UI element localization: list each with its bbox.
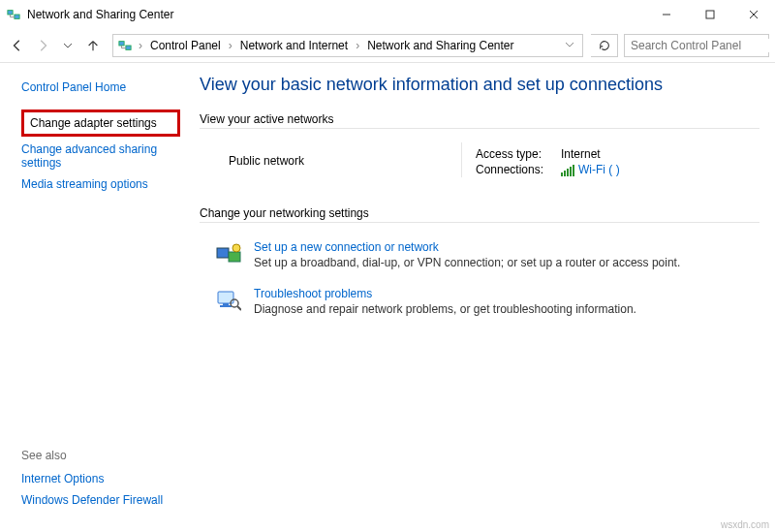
back-button[interactable] <box>6 34 29 57</box>
svg-point-17 <box>232 244 240 252</box>
setup-connection-desc: Set up a broadband, dial-up, or VPN conn… <box>254 256 680 269</box>
active-networks-heading: View your active networks <box>200 112 760 126</box>
window-title: Network and Sharing Center <box>27 8 644 21</box>
refresh-button[interactable] <box>591 34 618 57</box>
search-input[interactable] <box>631 39 775 52</box>
network-sharing-center-icon <box>6 7 21 22</box>
chevron-right-icon[interactable]: › <box>354 39 361 52</box>
setup-connection-icon <box>215 240 242 267</box>
change-settings-heading: Change your networking settings <box>200 206 760 220</box>
svg-rect-14 <box>573 165 574 176</box>
svg-rect-11 <box>564 171 566 176</box>
main-pane: View your basic network information and … <box>190 63 775 532</box>
maximize-button[interactable] <box>688 1 731 28</box>
see-also-section: See also Internet Options Windows Defend… <box>21 443 180 522</box>
active-network-row: Public network Access type: Internet Con… <box>200 142 760 177</box>
svg-rect-20 <box>220 305 232 307</box>
svg-rect-13 <box>570 167 572 176</box>
sidebar: Control Panel Home Change adapter settin… <box>0 63 190 532</box>
media-streaming-options-link[interactable]: Media streaming options <box>21 173 180 195</box>
troubleshoot-item[interactable]: Troubleshoot problems Diagnose and repai… <box>200 283 760 329</box>
windows-defender-firewall-link[interactable]: Windows Defender Firewall <box>21 489 180 511</box>
svg-rect-12 <box>567 169 569 176</box>
svg-rect-15 <box>217 248 229 258</box>
up-button[interactable] <box>81 34 105 57</box>
see-also-heading: See also <box>21 443 180 468</box>
svg-rect-6 <box>119 42 124 46</box>
divider <box>200 128 760 129</box>
svg-line-22 <box>237 306 241 310</box>
network-sharing-center-icon <box>117 38 133 53</box>
control-panel-home-link[interactable]: Control Panel Home <box>21 77 180 108</box>
titlebar: Network and Sharing Center <box>0 0 775 29</box>
chevron-right-icon[interactable]: › <box>227 39 234 52</box>
wifi-connection-link[interactable]: Wi-Fi ( ) <box>561 163 620 176</box>
recent-locations-button[interactable] <box>56 34 79 57</box>
access-type-label: Access type: <box>476 147 553 161</box>
content: Control Panel Home Change adapter settin… <box>0 63 775 532</box>
setup-connection-item[interactable]: Set up a new connection or network Set u… <box>200 236 760 283</box>
change-adapter-settings-link[interactable]: Change adapter settings <box>21 110 180 137</box>
svg-rect-16 <box>229 252 240 262</box>
troubleshoot-title: Troubleshoot problems <box>254 287 636 300</box>
chevron-right-icon[interactable]: › <box>137 39 144 52</box>
address-bar: › Control Panel › Network and Internet ›… <box>0 29 775 62</box>
address-dropdown-button[interactable] <box>561 39 578 52</box>
breadcrumb-item[interactable]: Control Panel <box>148 39 223 52</box>
svg-rect-1 <box>15 15 19 18</box>
close-button[interactable] <box>731 1 775 28</box>
minimize-button[interactable] <box>644 1 688 28</box>
svg-rect-3 <box>706 11 714 18</box>
wifi-signal-icon <box>561 163 574 176</box>
svg-rect-19 <box>223 303 229 305</box>
wifi-connection-label: Wi-Fi ( ) <box>578 163 620 176</box>
setup-connection-title: Set up a new connection or network <box>254 240 680 254</box>
connections-label: Connections: <box>476 163 553 176</box>
change-advanced-sharing-link[interactable]: Change advanced sharing settings <box>21 139 180 173</box>
search-box[interactable] <box>624 34 769 57</box>
page-heading: View your basic network information and … <box>200 75 760 95</box>
svg-rect-7 <box>126 46 131 49</box>
troubleshoot-icon <box>215 287 242 314</box>
svg-rect-10 <box>561 172 563 176</box>
network-profile-label: Public network <box>229 154 461 168</box>
breadcrumb-item[interactable]: Network and Internet <box>238 39 350 52</box>
sidebar-link-label: Change adapter settings <box>30 116 157 130</box>
internet-options-link[interactable]: Internet Options <box>21 468 180 489</box>
breadcrumb-box[interactable]: › Control Panel › Network and Internet ›… <box>112 34 583 57</box>
access-type-value: Internet <box>561 147 601 161</box>
svg-rect-0 <box>8 11 13 15</box>
forward-button[interactable] <box>31 34 54 57</box>
troubleshoot-desc: Diagnose and repair network problems, or… <box>254 302 636 316</box>
breadcrumb-item[interactable]: Network and Sharing Center <box>365 39 515 52</box>
divider <box>200 222 760 223</box>
watermark: wsxdn.com <box>721 519 769 530</box>
